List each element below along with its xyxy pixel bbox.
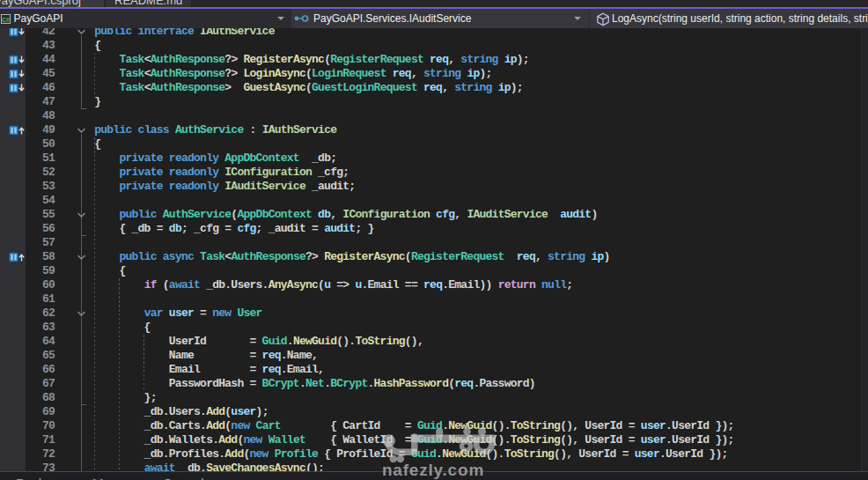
svg-text:C#: C# <box>2 17 10 23</box>
